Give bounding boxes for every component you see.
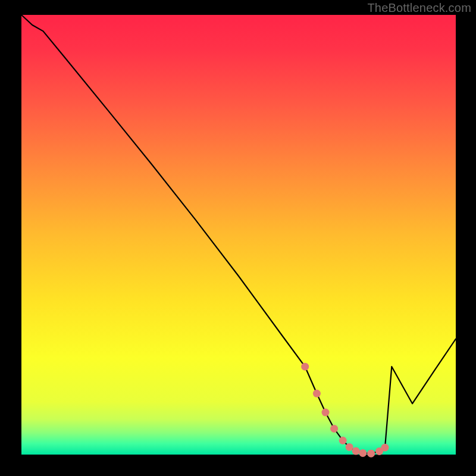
curve-marker [301,363,309,371]
watermark-text: TheBottleneck.com [367,1,471,15]
curve-marker [359,449,367,457]
curve-marker [330,425,338,433]
curve-marker [367,450,375,458]
curve-marker [322,409,330,416]
plot-background [21,15,456,455]
curve-marker [313,390,321,397]
chart-stage: TheBottleneck.com [0,0,476,476]
curve-marker [352,447,360,455]
curve-marker [381,444,389,452]
curve-marker [346,443,353,451]
curve-marker [339,437,347,444]
bottleneck-chart [0,0,476,476]
